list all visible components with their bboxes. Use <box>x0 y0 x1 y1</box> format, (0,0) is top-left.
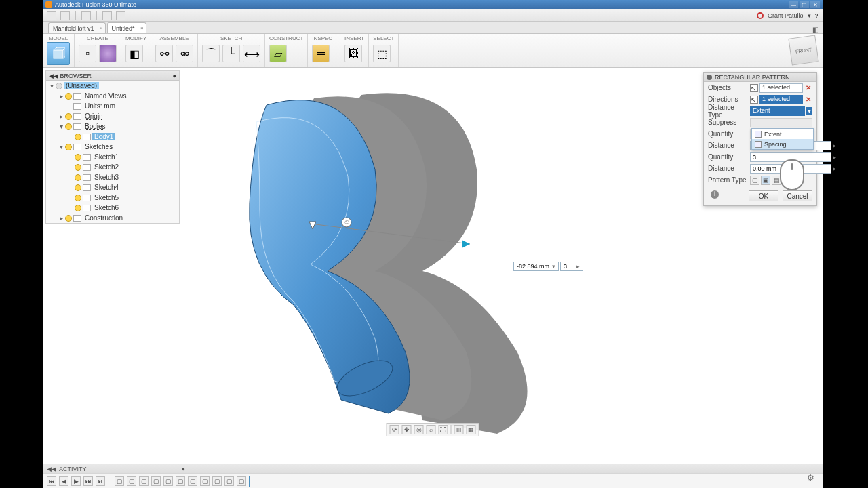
tree-item[interactable]: Sketch3 <box>46 172 179 182</box>
help-icon[interactable]: ? <box>815 12 819 19</box>
timeline-feature[interactable]: ▢ <box>151 476 161 486</box>
distance-type-dropdown[interactable]: ExtentSpacing <box>751 128 814 150</box>
pattern-type-option[interactable]: ▣ <box>761 176 770 185</box>
panel-title: RECTANGULAR PATTERN <box>715 74 790 81</box>
timeline-feature[interactable]: ▢ <box>176 476 185 486</box>
fit-icon[interactable]: ⛶ <box>439 425 448 434</box>
chevron-down-icon[interactable]: ▾ <box>806 107 812 115</box>
float-distance-input[interactable]: -82.894 mm▾ <box>513 262 559 271</box>
timeline-feature[interactable]: ▢ <box>188 476 197 486</box>
tree-item[interactable]: Sketch2 <box>46 162 179 172</box>
panel-toggle-icon[interactable]: ◧ <box>808 26 823 33</box>
display-icon[interactable]: ▥ <box>454 425 464 434</box>
panel-label: Directions <box>708 96 750 103</box>
orbit-icon[interactable]: ⟳ <box>390 425 399 434</box>
float-quantity-input[interactable]: 3▸ <box>560 262 583 271</box>
timeline-feature[interactable]: ▢ <box>200 476 210 486</box>
timeline-playhead[interactable] <box>249 476 250 487</box>
browser-options-icon[interactable]: ● <box>173 73 176 79</box>
inspect-measure-icon[interactable]: ═ <box>312 45 330 62</box>
tree-item[interactable]: Body1 <box>46 131 179 142</box>
tab-manifold-loft[interactable]: Manifold loft v1× <box>48 22 106 33</box>
tree-item[interactable]: Units: mm <box>46 101 179 111</box>
tab-untitled[interactable]: Untitled*× <box>107 22 146 33</box>
zoom-icon[interactable]: ⌕ <box>427 425 436 434</box>
clear-selection-button[interactable]: ✕ <box>804 96 812 103</box>
close-icon[interactable]: × <box>100 25 103 31</box>
directions-selector[interactable]: 1 selected <box>760 95 803 104</box>
viewcube[interactable]: FRONT <box>788 35 818 65</box>
timeline-feature[interactable]: ▢ <box>139 476 149 486</box>
timeline-feature[interactable]: ▢ <box>163 476 173 486</box>
sketch-dimension-icon[interactable]: ⟷ <box>243 45 260 62</box>
timeline-feature[interactable]: ▢ <box>115 476 124 486</box>
construct-plane-icon[interactable]: ▱ <box>269 45 287 62</box>
help-icon[interactable]: i <box>711 190 719 199</box>
pattern-type-option[interactable]: ▢ <box>750 176 760 185</box>
timeline-prev-button[interactable]: ◀ <box>59 476 68 486</box>
sketch-line-icon[interactable]: └ <box>222 45 240 62</box>
dropdown-option-spacing[interactable]: Spacing <box>752 139 813 149</box>
settings-gear-icon[interactable]: ⚙ <box>807 473 814 483</box>
create-box-icon[interactable]: ▫ <box>79 45 96 62</box>
redo-icon[interactable] <box>116 11 125 20</box>
selection-cursor-icon[interactable]: ↖ <box>750 84 758 92</box>
modify-pressPull-icon[interactable]: ◧ <box>125 45 143 62</box>
activity-collapse-icon[interactable]: ◀◀ <box>47 466 56 472</box>
timeline-start-button[interactable]: ⏮ <box>47 476 56 486</box>
spinner-icon[interactable]: ▸ <box>833 153 836 161</box>
lookat-icon[interactable]: ◎ <box>414 425 424 434</box>
tree-item[interactable]: ▾Sketches <box>46 142 179 152</box>
timeline-end-button[interactable]: ⏯ <box>96 476 105 486</box>
assemble-joint-icon[interactable]: ⚯ <box>155 45 173 62</box>
tree-item[interactable]: Sketch1 <box>46 152 179 162</box>
create-sphere-icon[interactable] <box>99 45 117 62</box>
cancel-button[interactable]: Cancel <box>783 190 812 201</box>
tree-item[interactable]: Sketch4 <box>46 182 179 192</box>
dropdown-option-extent[interactable]: Extent <box>752 129 813 139</box>
close-icon[interactable]: × <box>140 25 144 31</box>
assemble-rigid-icon[interactable]: ⚮ <box>176 45 193 62</box>
minimize-button[interactable]: — <box>789 1 798 8</box>
undo-icon[interactable] <box>102 11 112 20</box>
selection-cursor-icon[interactable]: ↖ <box>750 96 758 104</box>
user-name[interactable]: Grant Patullo <box>768 12 804 19</box>
sketch-arc-icon[interactable]: ⌒ <box>202 45 220 62</box>
tree-item[interactable]: ▸Construction <box>46 213 179 223</box>
ok-button[interactable]: OK <box>749 190 778 201</box>
save-icon[interactable] <box>81 11 91 20</box>
tree-item[interactable]: ▸Named Views <box>46 91 179 101</box>
tree-item[interactable]: Sketch6 <box>46 203 179 213</box>
spinner-icon[interactable]: ▸ <box>833 142 836 149</box>
spinner-icon[interactable]: ▸ <box>833 165 836 172</box>
browser-collapse-icon[interactable]: ◀◀ <box>49 73 58 79</box>
insert-image-icon[interactable]: 🖼 <box>344 45 362 62</box>
tree-root[interactable]: ▾(Unsaved) <box>46 81 179 91</box>
tree-item[interactable]: Sketch5 <box>46 192 179 203</box>
timeline-play-button[interactable]: ▶ <box>71 476 81 486</box>
maximize-button[interactable]: ▢ <box>800 1 809 8</box>
panel-pin-icon[interactable] <box>707 75 712 80</box>
activity-bar[interactable]: ◀◀ ACTIVITY ● <box>43 464 823 473</box>
distance-type-combo[interactable]: Extent <box>750 106 805 116</box>
pan-icon[interactable]: ✥ <box>402 425 412 434</box>
option-icon <box>755 141 762 148</box>
workspace-model-button[interactable] <box>47 42 70 65</box>
record-icon[interactable] <box>757 12 764 19</box>
clear-selection-button[interactable]: ✕ <box>804 84 812 92</box>
grid-icon[interactable] <box>47 11 56 20</box>
tree-item[interactable]: ▾Bodies <box>46 121 179 131</box>
close-button[interactable]: ✕ <box>810 1 820 8</box>
timeline-feature[interactable]: ▢ <box>127 476 136 486</box>
user-menu-chevron-icon[interactable]: ▾ <box>808 12 811 19</box>
file-new-icon[interactable] <box>60 11 70 20</box>
timeline-feature[interactable]: ▢ <box>224 476 234 486</box>
activity-marker-icon[interactable]: ● <box>182 466 185 472</box>
objects-selector[interactable]: 1 selected <box>760 83 803 93</box>
timeline-feature[interactable]: ▢ <box>212 476 222 486</box>
select-arrow-icon[interactable]: ⬚ <box>373 45 391 62</box>
timeline-next-button[interactable]: ⏭ <box>83 476 93 486</box>
timeline-feature[interactable]: ▢ <box>237 476 246 486</box>
grid-settings-icon[interactable]: ▦ <box>467 425 476 434</box>
tree-item[interactable]: ▸Origin <box>46 111 179 121</box>
